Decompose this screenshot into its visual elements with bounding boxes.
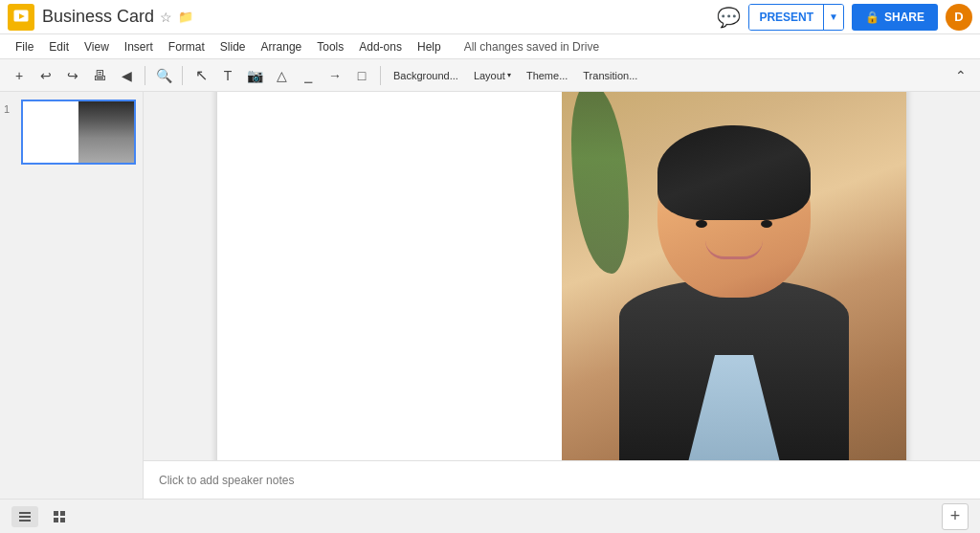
divider-2 — [182, 66, 183, 85]
list-view-icon — [17, 509, 33, 524]
menu-edit[interactable]: Edit — [41, 38, 77, 56]
cursor-btn[interactable]: ↖ — [189, 64, 212, 87]
comment-icon[interactable]: 💬 — [717, 6, 741, 29]
toolbar: + ↩ ↪ 🖶 ◀ 🔍 ↖ T 📷 △ ⎯ → □ Background... … — [0, 59, 980, 92]
svg-rect-7 — [60, 511, 65, 516]
slide-editor-area: · · · Click to add speaker notes — [144, 92, 980, 499]
theme-btn[interactable]: Theme... — [521, 68, 573, 83]
add-slide-toolbar-btn[interactable]: + — [8, 64, 31, 87]
toolbar-right: ⌃ — [949, 64, 972, 87]
menu-insert[interactable]: Insert — [117, 38, 161, 56]
person-head — [657, 125, 811, 298]
svg-rect-5 — [19, 520, 31, 522]
bottom-bar: + — [0, 499, 980, 533]
add-icon: + — [950, 506, 961, 526]
divider-3 — [380, 66, 381, 85]
autosave-message: All changes saved in Drive — [464, 40, 599, 54]
redo-btn[interactable]: ↪ — [61, 64, 84, 87]
layout-btn[interactable]: Layout ▾ — [468, 68, 517, 83]
person-body — [619, 278, 849, 460]
divider-1 — [145, 66, 145, 85]
title-right: 💬 PRESENT ▼ 🔒 SHARE D — [717, 4, 972, 31]
slide-white-area — [217, 92, 562, 460]
menu-tools[interactable]: Tools — [309, 38, 351, 56]
thumb-person — [78, 101, 134, 163]
line-btn[interactable]: ⎯ — [297, 64, 320, 87]
transition-btn[interactable]: Transition... — [577, 68, 643, 83]
shapes-btn[interactable]: △ — [270, 64, 293, 87]
add-slide-bottom-btn[interactable]: + — [942, 503, 969, 530]
menu-slide[interactable]: Slide — [212, 38, 254, 56]
arrow-btn[interactable]: → — [323, 64, 346, 87]
menu-bar: File Edit View Insert Format Slide Arran… — [0, 34, 980, 59]
plant-decoration — [571, 92, 629, 274]
user-avatar[interactable]: D — [946, 4, 972, 31]
svg-rect-8 — [54, 518, 58, 522]
slide-thumb-container-1: 1 — [4, 100, 139, 165]
resize-handle[interactable]: · · · — [550, 457, 573, 460]
svg-rect-9 — [60, 518, 65, 522]
menu-help[interactable]: Help — [410, 38, 449, 56]
notes-placeholder[interactable]: Click to add speaker notes — [159, 474, 294, 487]
svg-rect-4 — [19, 516, 31, 518]
svg-rect-3 — [19, 512, 31, 514]
menu-file[interactable]: File — [8, 38, 41, 56]
list-view-btn[interactable] — [11, 506, 38, 527]
lock-icon: 🔒 — [865, 11, 880, 24]
collapse-toolbar-btn[interactable]: ⌃ — [949, 64, 972, 87]
slide-canvas[interactable]: · · · — [217, 92, 906, 460]
thumb-content — [23, 101, 134, 163]
present-button[interactable]: PRESENT ▼ — [748, 4, 844, 31]
person-hair — [657, 125, 811, 220]
slide-canvas-container[interactable]: · · · — [144, 92, 980, 460]
photo-background — [562, 92, 906, 460]
paintformat-btn[interactable]: ◀ — [115, 64, 138, 87]
person-eye-left — [696, 220, 707, 228]
star-icon[interactable]: ☆ — [160, 10, 172, 25]
svg-rect-6 — [54, 511, 58, 516]
slides-panel: 1 — [0, 92, 144, 499]
person-shirt — [686, 355, 782, 460]
grid-view-icon — [52, 509, 67, 524]
slide-number-1: 1 — [4, 103, 17, 115]
slide-photo-area — [562, 92, 906, 460]
undo-btn[interactable]: ↩ — [34, 64, 57, 87]
slide-thumbnail-1[interactable] — [21, 100, 136, 165]
menu-format[interactable]: Format — [161, 38, 212, 56]
notes-area[interactable]: Click to add speaker notes — [144, 460, 980, 499]
menu-arrange[interactable]: Arrange — [254, 38, 310, 56]
textbox-btn[interactable]: T — [216, 64, 239, 87]
view-mode-buttons — [11, 506, 73, 527]
main-content: 1 — [0, 92, 980, 499]
person-eye-right — [761, 220, 772, 228]
share-label: SHARE — [884, 11, 924, 24]
folder-icon[interactable]: 📁 — [178, 10, 193, 24]
person-smile — [705, 240, 763, 259]
zoom-btn[interactable]: 🔍 — [152, 64, 175, 87]
thumb-white-half — [23, 101, 78, 163]
thumb-photo-half — [78, 101, 134, 163]
present-label[interactable]: PRESENT — [749, 5, 823, 30]
title-bar: ▶ Business Card ☆ 📁 💬 PRESENT ▼ 🔒 SHARE … — [0, 0, 980, 34]
image-btn[interactable]: 📷 — [243, 64, 266, 87]
app-logo: ▶ — [8, 4, 34, 31]
menu-view[interactable]: View — [77, 38, 117, 56]
title-icons: ☆ 📁 — [160, 10, 193, 25]
grid-view-btn[interactable] — [46, 506, 73, 527]
doc-title[interactable]: Business Card — [42, 7, 154, 27]
embed-btn[interactable]: □ — [350, 64, 373, 87]
present-dropdown-arrow[interactable]: ▼ — [823, 5, 843, 30]
share-button[interactable]: 🔒 SHARE — [852, 4, 938, 31]
menu-addons[interactable]: Add-ons — [351, 38, 410, 56]
background-btn[interactable]: Background... — [388, 68, 464, 83]
print-btn[interactable]: 🖶 — [88, 64, 111, 87]
